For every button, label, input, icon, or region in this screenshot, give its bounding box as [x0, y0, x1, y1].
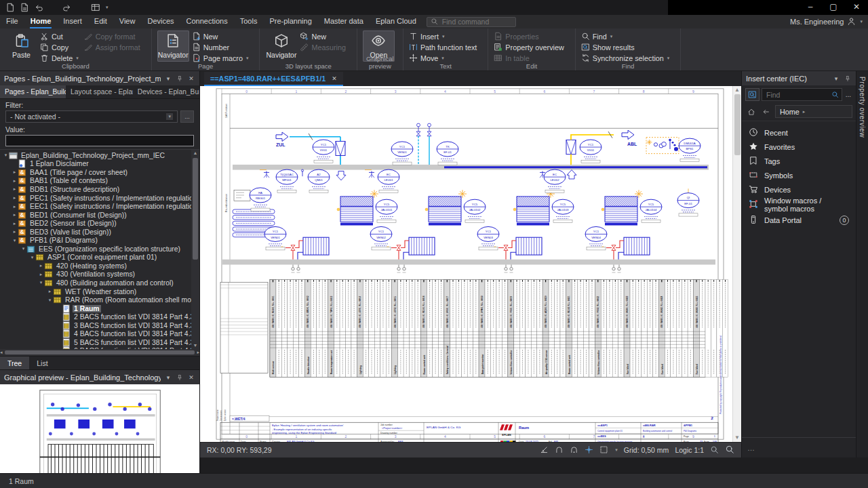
angle-snap-icon[interactable]	[540, 445, 549, 455]
view-tab-list[interactable]: List	[29, 357, 55, 370]
tree-item[interactable]: ▸&BDB1 (Structure description)	[0, 185, 199, 194]
chevron-down-icon[interactable]: ▾	[615, 447, 618, 453]
close-icon[interactable]: ✕	[187, 75, 195, 82]
copy-button[interactable]: Copy	[40, 42, 79, 53]
schematic-canvas[interactable]: 00112233445566778899GA FunktionRaumfunkt…	[200, 86, 732, 442]
insert-center-footer[interactable]: …	[742, 437, 856, 458]
dock-tab-2[interactable]: Devices - Eplan_Building...	[133, 85, 199, 98]
tree-item[interactable]: ▸&BED2 (Sensor list (Design))	[0, 219, 199, 228]
arc-dot-mode-icon[interactable]	[570, 445, 578, 455]
document-tab[interactable]: ==ASP1=480.RAR++EES&PFB1/1 ✕	[204, 72, 343, 86]
breadcrumb[interactable]: Home ▸	[775, 105, 852, 118]
tree-item[interactable]: ▸&BAA1 (Title page / cover sheet)	[0, 168, 199, 177]
crosshair-icon[interactable]	[585, 445, 593, 455]
cut-button[interactable]: Cut	[40, 31, 79, 42]
insert-button[interactable]: Insert▾	[409, 31, 477, 42]
expander-closed-icon[interactable]: ▸	[47, 289, 53, 294]
menu-tab-file[interactable]: File	[0, 15, 24, 28]
new-button[interactable]: New	[300, 31, 345, 42]
number-button[interactable]: Number	[192, 42, 249, 53]
expander-open-icon[interactable]: ▾	[29, 255, 35, 260]
minimize-button[interactable]: –	[799, 0, 822, 15]
zoom-in-icon[interactable]	[725, 445, 734, 455]
menu-tab-tools[interactable]: Tools	[234, 15, 264, 28]
expander-closed-icon[interactable]: ▸	[12, 221, 18, 226]
tree-item[interactable]: ▾ASP1 (Control equipment plant 01)	[0, 253, 199, 262]
tree-item[interactable]: 1 Raum	[0, 304, 199, 313]
expander-closed-icon[interactable]: ▸	[12, 204, 18, 209]
pin-icon[interactable]	[176, 374, 184, 381]
insert-center-item-recent[interactable]: Recent	[742, 125, 856, 140]
expander-closed-icon[interactable]: ▸	[12, 169, 18, 175]
tree-item[interactable]: ▾&PFB1 (P&I Diagrams)	[0, 236, 199, 245]
expander-open-icon[interactable]: ▾	[12, 238, 18, 243]
insert-center-search-box[interactable]	[762, 88, 842, 101]
redo-icon[interactable]	[62, 3, 72, 12]
panel-menu-icon[interactable]: ▾	[832, 75, 840, 82]
navigator-button[interactable]: Navigator	[265, 30, 297, 62]
tree-item[interactable]: 5 BACS function list VDI 3814 Part 4.3	[0, 338, 199, 347]
expander-closed-icon[interactable]: ▸	[12, 212, 18, 218]
close-icon[interactable]: ✕	[187, 374, 195, 381]
expander-closed-icon[interactable]: ▸	[38, 263, 44, 268]
close-icon[interactable]: ✕	[332, 75, 337, 82]
undo-icon[interactable]	[34, 3, 43, 12]
tree-item[interactable]: ▸&PEC1 (Safety instructions / Implementa…	[0, 194, 199, 203]
show-results-button[interactable]: Show results	[581, 42, 670, 53]
new-button[interactable]: New	[192, 31, 249, 42]
insert-center-find-button[interactable]	[745, 88, 760, 101]
menu-tab-eplan-cloud[interactable]: Eplan Cloud	[370, 15, 422, 28]
tree-item[interactable]: ▾EES (Organization specific location str…	[0, 245, 199, 253]
tree-item[interactable]: ▾Eplan_Building_Technology_Project_mm_IE…	[0, 151, 199, 160]
expander-open-icon[interactable]: ▾	[3, 152, 9, 158]
menu-tab-edit[interactable]: Edit	[88, 15, 113, 28]
tree-item[interactable]: ▸&BED1 (Consumer list (Design))	[0, 211, 199, 220]
navigator-button[interactable]: Navigator	[157, 30, 189, 62]
pin-icon[interactable]	[844, 75, 852, 82]
find-button[interactable]: Find▾	[581, 31, 670, 42]
tree-item[interactable]: 6 BACS function list VDI 3814 Part 4.3	[0, 347, 199, 349]
expander-open-icon[interactable]: ▾	[20, 246, 26, 251]
tree-item[interactable]: 1 Eplan Disclaimer	[0, 160, 199, 169]
pin-icon[interactable]	[176, 75, 184, 82]
tree-item[interactable]: ▸WET (Weather station)	[0, 287, 199, 296]
user-area[interactable]: Ms. Engineering ▾	[790, 15, 863, 28]
insert-center-item-favorites[interactable]: Favorites	[742, 140, 856, 154]
tab-property-overview[interactable]: Property overview	[859, 77, 866, 458]
tree-item[interactable]: ▸430 (Ventilation systems)	[0, 270, 199, 279]
grid-toggle-icon[interactable]	[599, 445, 608, 455]
expander-closed-icon[interactable]: ▸	[12, 195, 18, 201]
insert-center-search-input[interactable]	[765, 90, 829, 100]
insert-center-item-tags[interactable]: Tags	[742, 154, 856, 168]
insert-center-item-window-macros-symbol-macros[interactable]: Window macros / symbol macros	[742, 197, 856, 213]
home-icon[interactable]	[745, 106, 757, 117]
panel-menu-icon[interactable]: ▾	[164, 374, 172, 381]
insert-center-item-data-portal[interactable]: Data Portal0	[742, 213, 856, 227]
filter-dropdown[interactable]: - Not activated - ▾	[5, 110, 178, 123]
expander-closed-icon[interactable]: ▸	[12, 178, 18, 184]
find-command-input[interactable]	[441, 17, 512, 26]
undo-alt-icon[interactable]	[48, 3, 58, 12]
menu-tab-pre-planning[interactable]: Pre-planning	[263, 15, 317, 28]
open-page-icon[interactable]	[20, 3, 29, 12]
chevron-down-icon[interactable]: ▾	[106, 5, 108, 10]
tree-item[interactable]: ▸&BAB1 (Table of contents)	[0, 177, 199, 186]
menu-tab-view[interactable]: View	[113, 15, 142, 28]
property-overview-button[interactable]: Property overview	[494, 42, 564, 53]
expander-closed-icon[interactable]: ▸	[12, 229, 18, 235]
zoom-out-icon[interactable]	[710, 445, 719, 455]
redo-alt-icon[interactable]	[77, 3, 86, 12]
menu-tab-connections[interactable]: Connections	[180, 15, 234, 28]
find-command-box[interactable]	[427, 17, 516, 27]
value-input[interactable]	[5, 135, 194, 146]
back-icon[interactable]	[760, 106, 772, 117]
canvas-vertical-scrollbar[interactable]: ▲ ▼	[732, 86, 741, 442]
expander-open-icon[interactable]: ▾	[47, 298, 53, 303]
close-button[interactable]: ✕	[845, 0, 868, 15]
path-function-text-button[interactable]: Path function text	[409, 42, 477, 53]
tree-item[interactable]: 2 BACS function list VDI 3814 Part 4.3	[0, 312, 199, 321]
tree-item[interactable]: ▸420 (Heating systems)	[0, 262, 199, 270]
expander-open-icon[interactable]: ▾	[38, 280, 44, 285]
maximize-button[interactable]: ▢	[822, 0, 845, 15]
tree-item[interactable]: ▾RAR (Room (Room automation shell model)…	[0, 296, 199, 304]
